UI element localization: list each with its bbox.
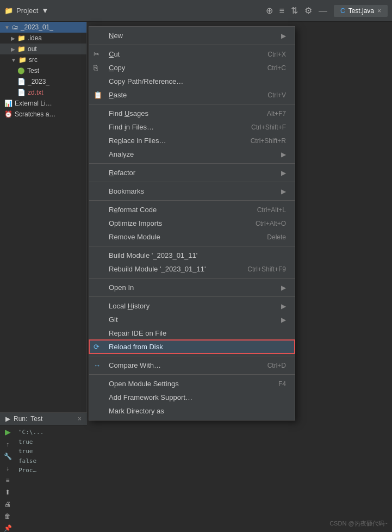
sidebar-item-zd[interactable]: 📄 zd.txt: [0, 87, 86, 98]
sidebar-item-2023[interactable]: 📄 _2023_: [0, 76, 86, 87]
menu-separator-9: [89, 356, 295, 356]
arrow-icon: ▶: [11, 35, 15, 41]
shortcut-label: Ctrl+Shift+F: [251, 123, 286, 131]
sidebar-label: Scratches a…: [15, 110, 55, 118]
sidebar-item-external[interactable]: 📊 External Li…: [0, 98, 86, 109]
chevron-down-icon[interactable]: ▼: [41, 7, 48, 15]
menu-label: New: [109, 32, 123, 40]
trash-icon[interactable]: 🗑: [4, 512, 11, 520]
globe-icon[interactable]: ⊕: [266, 5, 273, 16]
sidebar-item-src[interactable]: ▼ 📁 src: [0, 54, 86, 65]
menu-item-new[interactable]: New ▶: [89, 29, 295, 42]
menu-separator-4: [89, 182, 295, 182]
shortcut-label: Ctrl+Alt+L: [257, 206, 286, 214]
arrow-icon: ▶: [281, 284, 286, 292]
menu-item-markdirectoryas[interactable]: Mark Directory as: [89, 404, 295, 418]
run-tab[interactable]: ▶ Run: Test ×: [0, 413, 87, 425]
sidebar-label: _2023_: [28, 78, 49, 85]
menu-item-copypath[interactable]: Copy Path/Reference…: [89, 75, 295, 88]
menu-label: Bookmarks: [109, 187, 144, 195]
menu-separator-8: [89, 296, 295, 297]
run-label: Run:: [14, 415, 27, 423]
menu-item-refactor[interactable]: Refactor ▶: [89, 166, 295, 180]
menu-item-copy[interactable]: ⎘ Copy Ctrl+C: [89, 61, 295, 75]
sidebar-item-out[interactable]: ▶ 📁 out: [0, 44, 86, 54]
menu-item-bookmarks[interactable]: Bookmarks ▶: [89, 184, 295, 198]
run-line-4: false: [18, 456, 43, 466]
sidebar-item-root[interactable]: ▼ 🗂 _2023_01_: [0, 22, 86, 33]
close-icon[interactable]: ×: [78, 415, 82, 423]
run-output: "C:\... true true false Proc…: [15, 425, 47, 532]
arrow-icon: ▶: [11, 46, 15, 52]
sidebar-label: .idea: [28, 34, 42, 42]
align-icon[interactable]: ≡: [279, 6, 284, 16]
menu-item-addframeworksupport[interactable]: Add Framework Support…: [89, 391, 295, 404]
sidebar-label: out: [28, 45, 37, 53]
menu-separator-7: [89, 278, 295, 279]
upload-icon[interactable]: ⬆: [5, 488, 10, 496]
menu-item-cut[interactable]: ✂ Cut Ctrl+X: [89, 47, 295, 61]
java-icon: 🟢: [17, 67, 25, 75]
menu-item-localhistory[interactable]: Local History ▶: [89, 299, 295, 313]
menu-item-rebuildmodule[interactable]: Rebuild Module '_2023_01_11' Ctrl+Shift+…: [89, 262, 295, 276]
sort-icon[interactable]: ⇅: [291, 5, 298, 16]
shortcut-label: Ctrl+Shift+R: [251, 137, 286, 145]
shortcut-label: Ctrl+Shift+F9: [247, 265, 286, 273]
arrow-icon: ▶: [281, 302, 286, 310]
menu-label: Repair IDE on File: [109, 329, 166, 337]
print-icon[interactable]: 🖨: [4, 500, 11, 508]
menu-item-reformatcode[interactable]: Reformat Code Ctrl+Alt+L: [89, 203, 295, 216]
menu-item-buildmodule[interactable]: Build Module '_2023_01_11': [89, 249, 295, 262]
menu-item-git[interactable]: Git ▶: [89, 313, 295, 326]
menu-item-repairIDE[interactable]: Repair IDE on File: [89, 326, 295, 340]
pin-icon[interactable]: 📌: [4, 524, 12, 532]
run-line-5: Proc…: [18, 466, 43, 475]
menu-label: Optimize Imports: [109, 219, 162, 227]
menu-item-reloadfromdisk[interactable]: ⟳ Reload from Disk: [89, 340, 295, 354]
arrow-icon: ▶: [281, 32, 286, 40]
sidebar-label: External Li…: [15, 100, 52, 107]
folder-icon: 📁: [17, 34, 26, 42]
menu-label: Open In: [109, 283, 134, 292]
folder-icon: 📁: [18, 56, 27, 64]
menu-item-comparewith[interactable]: ↔ Compare With… Ctrl+D: [89, 358, 295, 372]
menu-item-analyze[interactable]: Analyze ▶: [89, 147, 295, 161]
menu-item-openmodulesettings[interactable]: Open Module Settings F4: [89, 377, 295, 391]
close-icon[interactable]: ×: [377, 7, 381, 15]
menu-label: Add Framework Support…: [109, 393, 192, 401]
menu-item-replaceinfiles[interactable]: Replace in Files… Ctrl+Shift+R: [89, 134, 295, 147]
up-icon[interactable]: ↑: [6, 441, 9, 448]
play-icon[interactable]: ▶: [5, 428, 11, 436]
run-content-area: ▶ ↑ 🔧 ↓ ≡ ⬆ 🖨 🗑 📌 "C:\... true true fals…: [0, 425, 87, 532]
menu-label: Paste: [109, 91, 127, 99]
sidebar-item-idea[interactable]: ▶ 📁 .idea: [0, 33, 86, 44]
shortcut-label: Alt+F7: [267, 110, 286, 117]
menu-label: Analyze: [109, 150, 134, 158]
menu-item-findinfiles[interactable]: Find in Files… Ctrl+Shift+F: [89, 120, 295, 134]
shortcut-label: Ctrl+V: [267, 91, 286, 99]
menu-item-paste[interactable]: 📋 Paste Ctrl+V: [89, 88, 295, 102]
menu-separator-6: [89, 246, 295, 246]
menu-separator-1: [89, 45, 295, 45]
minimize-icon[interactable]: —: [319, 6, 327, 16]
down-icon[interactable]: ↓: [6, 465, 9, 472]
menu-item-removemodule[interactable]: Remove Module Delete: [89, 230, 295, 244]
sidebar-item-scratches[interactable]: ⏰ Scratches a…: [0, 109, 86, 120]
menu-item-optimizeimports[interactable]: Optimize Imports Ctrl+Alt+O: [89, 216, 295, 230]
menu-separator-3: [89, 163, 295, 164]
editor-tab[interactable]: C Test.java ×: [334, 5, 388, 17]
shortcut-label: Ctrl+X: [267, 51, 286, 58]
project-title: Project: [16, 7, 38, 15]
cut-icon: ✂: [94, 50, 99, 58]
sidebar-item-test[interactable]: 🟢 Test: [0, 65, 86, 76]
wrench-icon[interactable]: 🔧: [4, 453, 12, 460]
menu-item-findusages[interactable]: Find Usages Alt+F7: [89, 107, 295, 120]
menu-item-openin[interactable]: Open In ▶: [89, 281, 295, 294]
reload-icon: ⟳: [94, 343, 99, 351]
menu-label: Replace in Files…: [109, 137, 166, 145]
shortcut-label: F4: [278, 380, 286, 388]
lines-icon[interactable]: ≡: [5, 477, 9, 484]
project-label-area: 📁 Project ▼: [4, 7, 48, 15]
gear-icon[interactable]: ⚙: [304, 5, 312, 16]
run-line-2: true: [18, 437, 43, 447]
